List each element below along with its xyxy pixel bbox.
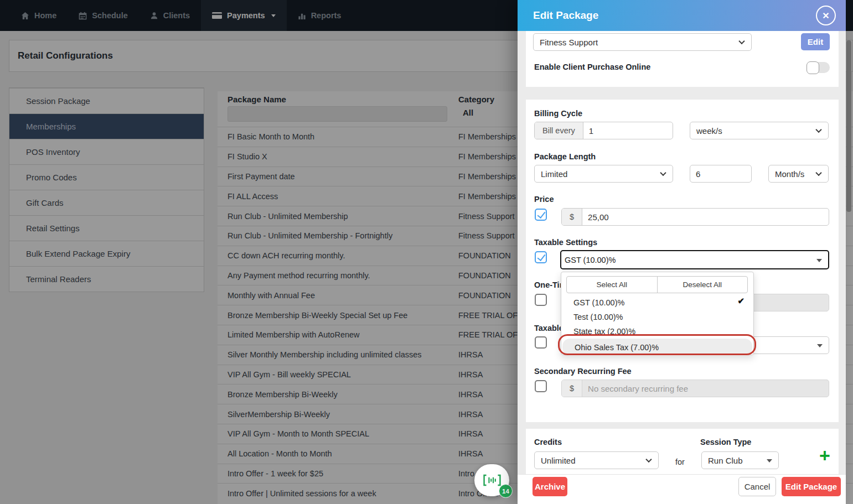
bill-every-prefix: Bill every — [535, 122, 583, 139]
package-length-count-group — [690, 165, 752, 183]
billing-unit-value: week/s — [696, 126, 722, 136]
price-checkbox[interactable] — [535, 209, 547, 221]
secondary-fee-checkbox[interactable] — [535, 380, 547, 392]
billing-every-input[interactable] — [583, 122, 673, 139]
tax-multiselect-value: GST (10.00)% — [565, 256, 616, 264]
barcode-scan-icon — [482, 473, 503, 487]
package-select[interactable]: Fitness Support — [533, 33, 752, 51]
session-type-value: Run Club — [708, 456, 743, 465]
tax-dropdown-actions: Select All Deselect All — [566, 276, 748, 293]
currency-prefix: $ — [562, 209, 582, 225]
chevron-down-icon — [815, 127, 821, 133]
currency-prefix: $ — [562, 380, 582, 397]
secondary-fee-group: $ — [561, 380, 829, 397]
edit-category-button[interactable]: Edit — [801, 33, 830, 50]
credits-label: Credits — [534, 438, 562, 446]
package-length-unit-select[interactable]: Month/s — [768, 165, 829, 183]
package-length-type-select[interactable]: Limited — [534, 165, 673, 183]
package-length-unit-value: Month/s — [775, 169, 804, 179]
tax-option[interactable]: State tax (2.00)% ✔ — [561, 324, 753, 339]
price-label: Price — [534, 195, 554, 204]
archive-button[interactable]: Archive — [533, 477, 567, 496]
select-all-button[interactable]: Select All — [566, 276, 658, 293]
tax-multiselect[interactable]: GST (10.00)% — [560, 250, 829, 269]
add-credit-button plus-icon[interactable]: + — [817, 446, 833, 465]
cancel-button[interactable]: Cancel — [738, 477, 776, 496]
caret-down-icon — [816, 259, 822, 262]
notification-badge: 14 — [499, 484, 513, 498]
package-length-count-input[interactable] — [690, 165, 751, 182]
chevron-down-icon — [645, 456, 652, 463]
price-group: $ — [561, 208, 829, 226]
package-length-type-value: Limited — [541, 169, 567, 179]
tax-dropdown-panel: Select All Deselect All GST (10.00)% ✔ T… — [561, 272, 754, 355]
package-select-value: Fitness Support — [540, 38, 598, 47]
session-type-label: Session Type — [700, 438, 751, 446]
enable-purchase-label: Enable Client Purchase Online — [534, 63, 650, 71]
caret-down-icon — [767, 459, 772, 463]
chevron-down-icon — [738, 38, 745, 44]
caret-down-icon — [817, 344, 823, 347]
modal-title: Edit Package — [533, 9, 598, 22]
taxable-settings-label: Taxable Settings — [534, 238, 597, 247]
tax-option-label: GST (10.00)% — [573, 298, 624, 307]
tax-option-label: State tax (2.00)% — [573, 327, 635, 336]
chevron-down-icon — [815, 170, 821, 176]
tax-option[interactable]: Ohio Sales Tax (7.00)% ✔ — [562, 339, 752, 356]
secondary-fee-label: Secondary Recurring Fee — [534, 367, 632, 376]
for-label: for — [675, 458, 685, 466]
chevron-down-icon — [660, 170, 666, 176]
taxable-checkbox[interactable] — [535, 251, 547, 263]
deselect-all-button[interactable]: Deselect All — [657, 276, 748, 293]
package-length-label: Package Length — [534, 152, 596, 161]
modal-footer: Archive Cancel Edit Package — [518, 474, 846, 504]
tax-options-list: GST (10.00)% ✔ Test (10.00)% ✔ State tax… — [561, 295, 753, 356]
edit-package-modal: Edit Package ✕ Fitness Support Edit Enab… — [518, 0, 846, 504]
app-screen: Home Schedule Clients Payments Reports R… — [0, 0, 853, 504]
edit-package-submit-button[interactable]: Edit Package — [782, 477, 841, 496]
tax-option[interactable]: Test (10.00)% ✔ — [561, 310, 753, 324]
billing-cycle-label: Billing Cycle — [534, 109, 582, 118]
scan-launcher-button[interactable]: 14 — [474, 464, 509, 496]
billing-every-group: Bill every — [534, 122, 673, 139]
secondary-fee-input[interactable] — [582, 380, 829, 397]
check-icon: ✔ — [737, 296, 745, 306]
close-icon[interactable]: ✕ — [816, 6, 836, 25]
tax-option[interactable]: GST (10.00)% ✔ — [561, 295, 753, 310]
session-type-select[interactable]: Run Club — [701, 451, 779, 469]
credits-select[interactable]: Unlimited — [534, 451, 659, 469]
toggle-knob — [807, 61, 819, 74]
tax-option-label: Test (10.00)% — [573, 313, 623, 321]
tax-option-label: Ohio Sales Tax (7.00)% — [575, 343, 659, 352]
modal-header: Edit Package ✕ — [518, 0, 846, 31]
one-time-taxable-checkbox[interactable] — [535, 336, 547, 349]
one-time-fee-checkbox[interactable] — [535, 294, 547, 306]
credits-value: Unlimited — [541, 456, 576, 465]
enable-purchase-toggle[interactable] — [808, 62, 830, 73]
billing-unit-select[interactable]: week/s — [690, 122, 829, 139]
price-input[interactable] — [582, 209, 829, 225]
